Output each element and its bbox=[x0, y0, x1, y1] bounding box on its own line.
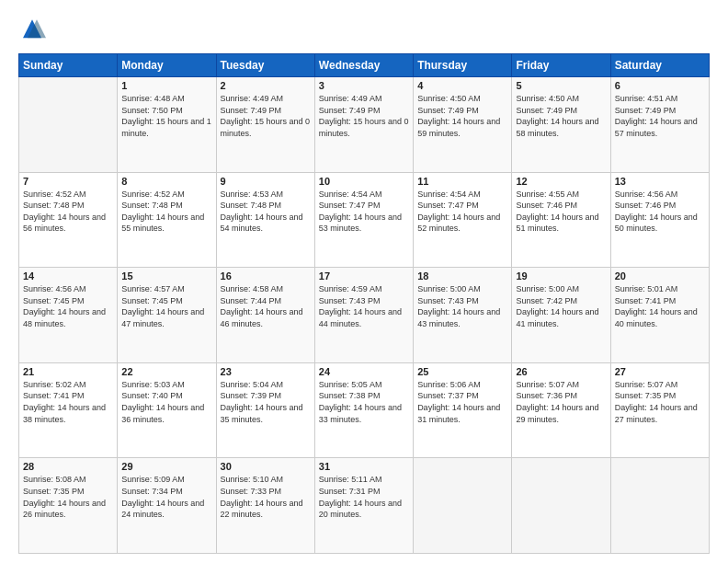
calendar-cell: 26Sunrise: 5:07 AMSunset: 7:36 PMDayligh… bbox=[512, 362, 610, 458]
calendar: SundayMondayTuesdayWednesdayThursdayFrid… bbox=[18, 53, 710, 554]
day-number: 28 bbox=[23, 461, 113, 472]
day-info: Sunrise: 5:04 AMSunset: 7:39 PMDaylight:… bbox=[221, 379, 311, 425]
calendar-cell: 6Sunrise: 4:51 AMSunset: 7:49 PMDaylight… bbox=[610, 77, 709, 173]
day-info: Sunrise: 4:49 AMSunset: 7:49 PMDaylight:… bbox=[221, 93, 311, 139]
week-row-5: 28Sunrise: 5:08 AMSunset: 7:35 PMDayligh… bbox=[19, 458, 710, 554]
day-number: 30 bbox=[221, 461, 311, 472]
day-number: 4 bbox=[417, 80, 507, 91]
calendar-cell: 15Sunrise: 4:57 AMSunset: 7:45 PMDayligh… bbox=[118, 268, 216, 363]
day-number: 9 bbox=[221, 176, 311, 187]
calendar-cell: 9Sunrise: 4:53 AMSunset: 7:48 PMDaylight… bbox=[216, 172, 314, 268]
day-info: Sunrise: 5:01 AMSunset: 7:41 PMDaylight:… bbox=[615, 283, 705, 329]
calendar-cell: 16Sunrise: 4:58 AMSunset: 7:44 PMDayligh… bbox=[216, 268, 314, 363]
day-info: Sunrise: 4:50 AMSunset: 7:49 PMDaylight:… bbox=[417, 93, 507, 139]
header bbox=[18, 17, 710, 44]
weekday-header-wednesday: Wednesday bbox=[314, 54, 413, 77]
day-info: Sunrise: 4:57 AMSunset: 7:45 PMDaylight:… bbox=[121, 283, 211, 329]
calendar-cell: 2Sunrise: 4:49 AMSunset: 7:49 PMDaylight… bbox=[216, 77, 314, 173]
day-number: 6 bbox=[615, 80, 705, 91]
day-number: 7 bbox=[23, 176, 113, 187]
weekday-header-thursday: Thursday bbox=[414, 54, 512, 77]
calendar-cell: 28Sunrise: 5:08 AMSunset: 7:35 PMDayligh… bbox=[19, 458, 118, 554]
calendar-cell: 8Sunrise: 4:52 AMSunset: 7:48 PMDaylight… bbox=[118, 172, 216, 268]
day-number: 8 bbox=[121, 176, 211, 187]
day-info: Sunrise: 4:56 AMSunset: 7:45 PMDaylight:… bbox=[23, 283, 113, 329]
day-number: 16 bbox=[221, 270, 311, 282]
calendar-cell: 1Sunrise: 4:48 AMSunset: 7:50 PMDaylight… bbox=[118, 77, 216, 173]
calendar-cell: 29Sunrise: 5:09 AMSunset: 7:34 PMDayligh… bbox=[118, 458, 216, 554]
day-number: 1 bbox=[121, 80, 211, 91]
day-number: 20 bbox=[615, 270, 705, 282]
day-number: 31 bbox=[319, 461, 409, 472]
day-number: 19 bbox=[516, 270, 606, 282]
week-row-1: 1Sunrise: 4:48 AMSunset: 7:50 PMDaylight… bbox=[19, 77, 710, 173]
calendar-cell: 10Sunrise: 4:54 AMSunset: 7:47 PMDayligh… bbox=[314, 172, 413, 268]
weekday-header-saturday: Saturday bbox=[610, 54, 709, 77]
weekday-header-monday: Monday bbox=[118, 54, 216, 77]
day-number: 2 bbox=[221, 80, 311, 91]
day-info: Sunrise: 4:49 AMSunset: 7:49 PMDaylight:… bbox=[319, 93, 409, 139]
day-info: Sunrise: 5:11 AMSunset: 7:31 PMDaylight:… bbox=[319, 474, 409, 520]
day-info: Sunrise: 5:05 AMSunset: 7:38 PMDaylight:… bbox=[319, 379, 409, 425]
day-info: Sunrise: 4:59 AMSunset: 7:43 PMDaylight:… bbox=[319, 283, 409, 329]
calendar-cell: 7Sunrise: 4:52 AMSunset: 7:48 PMDaylight… bbox=[19, 172, 118, 268]
calendar-cell: 25Sunrise: 5:06 AMSunset: 7:37 PMDayligh… bbox=[414, 362, 512, 458]
day-number: 5 bbox=[516, 80, 606, 91]
day-number: 11 bbox=[417, 176, 507, 187]
day-info: Sunrise: 4:56 AMSunset: 7:46 PMDaylight:… bbox=[615, 189, 705, 235]
day-info: Sunrise: 4:52 AMSunset: 7:48 PMDaylight:… bbox=[23, 189, 113, 235]
day-number: 27 bbox=[615, 366, 705, 377]
calendar-cell: 5Sunrise: 4:50 AMSunset: 7:49 PMDaylight… bbox=[512, 77, 610, 173]
calendar-cell: 22Sunrise: 5:03 AMSunset: 7:40 PMDayligh… bbox=[118, 362, 216, 458]
calendar-cell: 11Sunrise: 4:54 AMSunset: 7:47 PMDayligh… bbox=[414, 172, 512, 268]
day-number: 18 bbox=[417, 270, 507, 282]
calendar-cell: 21Sunrise: 5:02 AMSunset: 7:41 PMDayligh… bbox=[19, 362, 118, 458]
calendar-cell bbox=[19, 77, 118, 173]
day-info: Sunrise: 5:07 AMSunset: 7:35 PMDaylight:… bbox=[615, 379, 705, 425]
calendar-cell: 18Sunrise: 5:00 AMSunset: 7:43 PMDayligh… bbox=[414, 268, 512, 363]
calendar-cell: 19Sunrise: 5:00 AMSunset: 7:42 PMDayligh… bbox=[512, 268, 610, 363]
calendar-cell bbox=[414, 458, 512, 554]
weekday-header-row: SundayMondayTuesdayWednesdayThursdayFrid… bbox=[19, 54, 710, 77]
calendar-cell: 17Sunrise: 4:59 AMSunset: 7:43 PMDayligh… bbox=[314, 268, 413, 363]
calendar-cell: 27Sunrise: 5:07 AMSunset: 7:35 PMDayligh… bbox=[610, 362, 709, 458]
calendar-cell: 23Sunrise: 5:04 AMSunset: 7:39 PMDayligh… bbox=[216, 362, 314, 458]
day-number: 13 bbox=[615, 176, 705, 187]
day-info: Sunrise: 4:48 AMSunset: 7:50 PMDaylight:… bbox=[121, 93, 211, 139]
calendar-cell bbox=[512, 458, 610, 554]
day-info: Sunrise: 5:09 AMSunset: 7:34 PMDaylight:… bbox=[121, 474, 211, 520]
calendar-cell: 31Sunrise: 5:11 AMSunset: 7:31 PMDayligh… bbox=[314, 458, 413, 554]
logo-icon bbox=[18, 17, 46, 44]
day-number: 22 bbox=[121, 366, 211, 377]
day-info: Sunrise: 4:54 AMSunset: 7:47 PMDaylight:… bbox=[319, 189, 409, 235]
day-number: 10 bbox=[319, 176, 409, 187]
day-info: Sunrise: 4:58 AMSunset: 7:44 PMDaylight:… bbox=[221, 283, 311, 329]
day-number: 17 bbox=[319, 270, 409, 282]
weekday-header-tuesday: Tuesday bbox=[216, 54, 314, 77]
day-info: Sunrise: 5:10 AMSunset: 7:33 PMDaylight:… bbox=[221, 474, 311, 520]
day-number: 26 bbox=[516, 366, 606, 377]
page: SundayMondayTuesdayWednesdayThursdayFrid… bbox=[0, 0, 728, 563]
day-info: Sunrise: 4:54 AMSunset: 7:47 PMDaylight:… bbox=[417, 189, 507, 235]
day-info: Sunrise: 4:53 AMSunset: 7:48 PMDaylight:… bbox=[221, 189, 311, 235]
day-number: 14 bbox=[23, 270, 113, 282]
day-number: 29 bbox=[121, 461, 211, 472]
day-info: Sunrise: 5:03 AMSunset: 7:40 PMDaylight:… bbox=[121, 379, 211, 425]
day-info: Sunrise: 5:02 AMSunset: 7:41 PMDaylight:… bbox=[23, 379, 113, 425]
day-info: Sunrise: 4:52 AMSunset: 7:48 PMDaylight:… bbox=[121, 189, 211, 235]
day-info: Sunrise: 4:55 AMSunset: 7:46 PMDaylight:… bbox=[516, 189, 606, 235]
logo bbox=[18, 17, 50, 44]
day-info: Sunrise: 4:51 AMSunset: 7:49 PMDaylight:… bbox=[615, 93, 705, 139]
day-info: Sunrise: 5:00 AMSunset: 7:43 PMDaylight:… bbox=[417, 283, 507, 329]
day-info: Sunrise: 5:08 AMSunset: 7:35 PMDaylight:… bbox=[23, 474, 113, 520]
week-row-2: 7Sunrise: 4:52 AMSunset: 7:48 PMDaylight… bbox=[19, 172, 710, 268]
weekday-header-friday: Friday bbox=[512, 54, 610, 77]
day-info: Sunrise: 5:00 AMSunset: 7:42 PMDaylight:… bbox=[516, 283, 606, 329]
calendar-cell bbox=[610, 458, 709, 554]
calendar-cell: 4Sunrise: 4:50 AMSunset: 7:49 PMDaylight… bbox=[414, 77, 512, 173]
calendar-cell: 3Sunrise: 4:49 AMSunset: 7:49 PMDaylight… bbox=[314, 77, 413, 173]
calendar-cell: 12Sunrise: 4:55 AMSunset: 7:46 PMDayligh… bbox=[512, 172, 610, 268]
day-info: Sunrise: 5:06 AMSunset: 7:37 PMDaylight:… bbox=[417, 379, 507, 425]
calendar-cell: 14Sunrise: 4:56 AMSunset: 7:45 PMDayligh… bbox=[19, 268, 118, 363]
weekday-header-sunday: Sunday bbox=[19, 54, 118, 77]
